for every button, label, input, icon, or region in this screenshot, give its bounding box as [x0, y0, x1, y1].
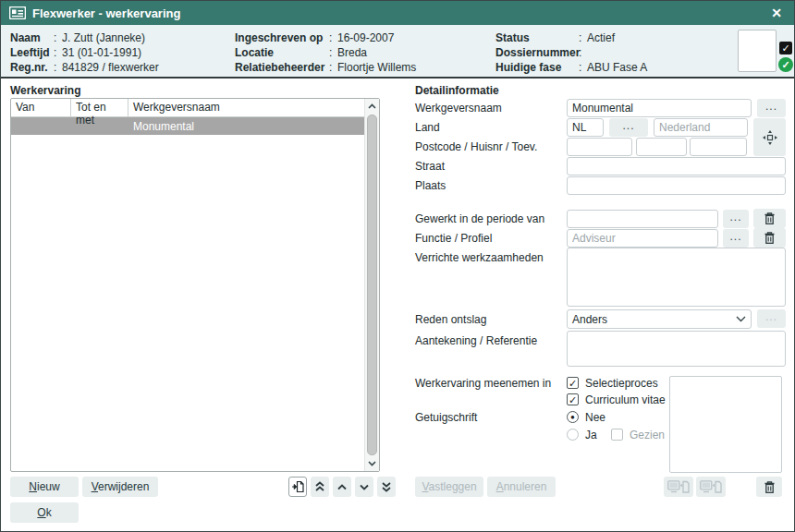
werkzaamheden-textarea[interactable] [567, 248, 786, 307]
functie-lookup-button[interactable]: ... [723, 229, 749, 248]
locatie-value: Breda [337, 46, 367, 59]
flexwerker-werkervaring-dialog: Flexwerker - werkervaring ✕ Naam:J. Zutt… [0, 0, 795, 532]
ingeschreven-label: Ingeschreven op [235, 31, 329, 44]
plaats-input[interactable] [567, 176, 786, 195]
vastleggen-button: Vastleggen [415, 477, 483, 497]
plaats-label: Plaats [415, 176, 446, 195]
dossiernummer-label: Dossiernummer [495, 46, 579, 59]
postcode-input[interactable] [567, 138, 632, 156]
periode-input[interactable] [567, 210, 718, 228]
titlebar: Flexwerker - werkervaring ✕ [1, 1, 794, 25]
scroll-up-icon[interactable] [365, 99, 379, 114]
land-code-input[interactable] [567, 118, 604, 137]
relatiebeheerder-value: Floortje Willems [337, 61, 416, 74]
functie-input[interactable] [567, 229, 718, 248]
reden-ontslag-label: Reden ontslag [415, 310, 486, 329]
land-name-input[interactable] [654, 118, 748, 137]
locatie-label: Locatie [235, 46, 329, 59]
functie-label: Functie / Profiel [415, 229, 492, 248]
gezien-checkbox: Gezien [611, 428, 665, 441]
aantekening-textarea[interactable] [567, 331, 786, 367]
verwijderen-button[interactable]: Verwijderen [82, 477, 158, 497]
column-header-van[interactable]: Van [11, 99, 71, 116]
window-title: Flexwerker - werkervaring [32, 6, 761, 20]
ok-button[interactable]: Ok [10, 502, 79, 523]
regnr-value: 841829 / flexwerker [62, 61, 159, 74]
radio-icon[interactable] [567, 429, 579, 441]
functie-delete-icon[interactable] [753, 228, 786, 248]
checkbox-icon[interactable]: ✓ [567, 393, 579, 405]
status-label: Status [495, 31, 579, 44]
flag-checkbox-icon[interactable]: ✓ [779, 42, 792, 54]
list-scrollbar[interactable] [364, 99, 379, 471]
move-first-icon[interactable] [311, 477, 329, 497]
werkgeversnaam-lookup-button[interactable]: ... [757, 99, 786, 117]
werkzaamheden-label: Verrichte werkzaamheden [415, 248, 544, 267]
getuigschrift-nee-radio[interactable]: ● Nee [567, 410, 605, 424]
periode-label: Gewerkt in de periode van [415, 210, 544, 228]
row-werkgeversnaam: Monumental [11, 120, 194, 133]
radio-icon[interactable]: ● [567, 411, 579, 423]
map-locate-icon[interactable] [753, 118, 786, 156]
export-document-icon [696, 477, 726, 497]
photo-placeholder [738, 30, 777, 72]
column-header-werkgeversnaam[interactable]: Werkgeversnaam [128, 99, 379, 116]
relatiebeheerder-label: Relatiebeheerder [235, 61, 329, 74]
document-delete-icon[interactable] [756, 477, 782, 497]
nieuw-button[interactable]: Nieuw [10, 477, 79, 497]
reden-ontslag-select[interactable]: Anders [567, 309, 752, 329]
move-down-icon[interactable] [355, 477, 373, 497]
leeftijd-label: Leeftijd [10, 46, 54, 59]
werkervaring-section-title: Werkervaring [10, 84, 80, 97]
id-card-icon [9, 6, 26, 19]
straat-input[interactable] [567, 157, 786, 175]
info-column-1: Naam:J. Zutt (Janneke) Leeftijd:31 (01-0… [10, 30, 159, 75]
chevron-down-icon [736, 316, 746, 322]
getuigschrift-ja-radio[interactable]: Ja [567, 428, 597, 441]
periode-lookup-button[interactable]: ... [723, 210, 749, 228]
ingeschreven-value: 16-09-2007 [337, 31, 394, 44]
curriculum-vitae-checkbox[interactable]: ✓ Curriculum vitae [567, 393, 666, 406]
flexworker-info-header: Naam:J. Zutt (Janneke) Leeftijd:31 (01-0… [1, 25, 794, 79]
scan-document-in-icon [664, 477, 693, 497]
column-header-tot-en-met[interactable]: Tot en met [71, 99, 128, 116]
getuigschrift-label: Getuigschrift [415, 408, 477, 427]
goto-record-icon[interactable] [288, 477, 307, 497]
regnr-label: Reg.nr. [10, 61, 54, 74]
reden-ontslag-lookup-button: ... [757, 309, 786, 328]
land-lookup-button[interactable]: ... [609, 118, 648, 137]
status-ok-icon: ✓ [778, 57, 793, 72]
huisnr-input[interactable] [636, 138, 687, 156]
scrollbar-thumb[interactable] [367, 115, 377, 455]
selectieproces-checkbox[interactable]: ✓ Selectieproces [567, 376, 658, 390]
aantekening-label: Aantekening / Referentie [415, 332, 537, 350]
status-value: Actief [587, 31, 615, 44]
meenemen-label: Werkervaring meenemen in [415, 374, 551, 393]
naam-value: J. Zutt (Janneke) [62, 31, 145, 44]
land-label: Land [415, 118, 440, 137]
move-last-icon[interactable] [377, 477, 396, 497]
getuigschrift-document-box[interactable] [669, 376, 782, 473]
checkbox-icon [611, 429, 623, 441]
table-row[interactable]: Monumental [11, 117, 364, 135]
list-header: Van Tot en met Werkgeversnaam [11, 99, 379, 117]
checkbox-icon[interactable]: ✓ [567, 377, 579, 389]
huidige-fase-value: ABU Fase A [587, 61, 647, 74]
huidige-fase-label: Huidige fase [495, 61, 579, 74]
toevoeging-input[interactable] [690, 138, 747, 156]
straat-label: Straat [415, 157, 445, 175]
detail-section-title: Detailinformatie [415, 84, 499, 97]
postcode-label: Postcode / Huisnr / Toev. [415, 138, 537, 156]
werkgeversnaam-label: Werkgeversnaam [415, 99, 502, 117]
annuleren-button: Annuleren [487, 477, 556, 497]
info-column-3: Status:Actief Dossiernummer: Huidige fas… [495, 30, 647, 75]
close-icon[interactable]: ✕ [767, 5, 786, 21]
naam-label: Naam [10, 31, 54, 44]
info-column-2: Ingeschreven op:16-09-2007 Locatie:Breda… [235, 30, 416, 75]
periode-delete-icon[interactable] [753, 209, 786, 228]
scroll-down-icon[interactable] [365, 456, 379, 471]
leeftijd-value: 31 (01-01-1991) [62, 46, 141, 59]
werkgeversnaam-input[interactable] [567, 99, 752, 117]
move-up-icon[interactable] [333, 477, 351, 497]
werkervaring-list[interactable]: Van Tot en met Werkgeversnaam Monumental [10, 98, 380, 472]
